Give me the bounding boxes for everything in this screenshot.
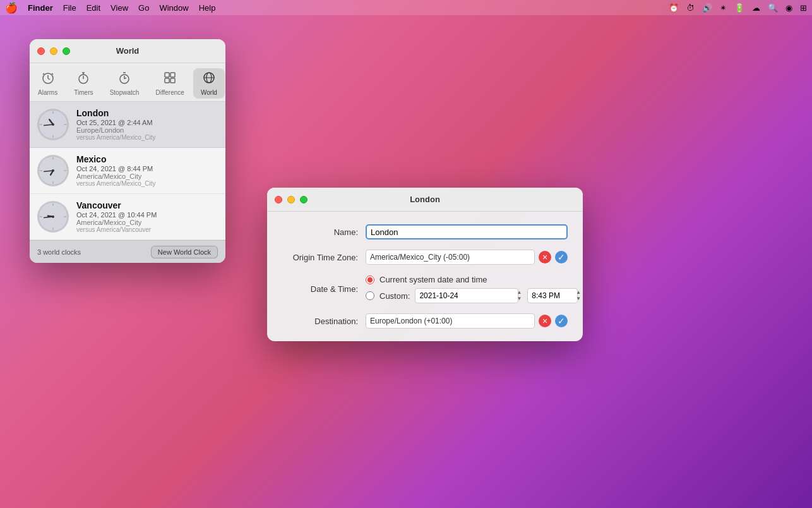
view-menu[interactable]: View — [110, 3, 128, 13]
dialog-body: Name: Origin Time Zone: America/Mexico_C… — [267, 212, 583, 341]
london-tz: Europe/London — [76, 126, 218, 134]
difference-label: Difference — [155, 89, 184, 96]
tab-world[interactable]: World — [193, 68, 225, 99]
stopwatch-icon — [117, 71, 131, 88]
svg-rect-14 — [170, 73, 175, 77]
menubar: 🍎 Finder File Edit View Go Window Help ⏰… — [0, 0, 812, 15]
date-up-button[interactable]: ▲ — [516, 289, 522, 296]
system-datetime-radio[interactable] — [366, 275, 374, 284]
clock-face-mexico — [37, 155, 69, 186]
mexico-city: Mexico — [76, 154, 218, 164]
stopwatch-label: Stopwatch — [110, 89, 140, 96]
apple-menu[interactable]: 🍎 — [5, 2, 18, 14]
world-label: World — [201, 89, 217, 96]
svg-point-43 — [52, 215, 54, 218]
timer-icon[interactable]: ⏱ — [686, 3, 695, 13]
edit-menu[interactable]: Edit — [87, 3, 100, 13]
dialog-title: London — [410, 195, 440, 204]
custom-datetime-radio[interactable] — [366, 291, 374, 300]
timers-icon — [76, 71, 90, 88]
volume-icon[interactable]: 🔊 — [702, 3, 712, 13]
window-menu[interactable]: Window — [159, 3, 188, 13]
wifi-icon[interactable]: ☁ — [752, 3, 760, 13]
maximize-button[interactable] — [63, 47, 70, 55]
finder-menu[interactable]: Finder — [28, 3, 53, 13]
clock-item-mexico[interactable]: Mexico Oct 24, 2021 @ 8:44 PM America/Me… — [30, 148, 225, 194]
help-menu[interactable]: Help — [199, 3, 216, 13]
destination-select[interactable]: Europe/London (+01:00) — [366, 313, 535, 329]
siri-icon[interactable]: ◉ — [785, 3, 792, 13]
custom-time-input[interactable] — [527, 288, 578, 303]
mexico-versus: versus America/Mexico_City — [76, 180, 218, 187]
clock-icon[interactable]: ⏰ — [669, 3, 679, 13]
dialog-minimize-button[interactable] — [287, 196, 295, 203]
london-detail-dialog: London Name: Origin Time Zone: America/M… — [267, 188, 583, 341]
search-icon[interactable]: 🔍 — [768, 3, 778, 13]
custom-datetime-label: Custom: — [379, 291, 410, 301]
time-up-button[interactable]: ▲ — [575, 289, 582, 296]
vancouver-versus: versus America/Vancouver — [76, 226, 218, 233]
destination-remove-button[interactable]: × — [539, 315, 551, 327]
mexico-date: Oct 24, 2021 @ 8:44 PM — [76, 165, 218, 172]
system-datetime-label: Current system date and time — [379, 275, 487, 284]
svg-rect-15 — [165, 78, 169, 83]
custom-datetime-row: Custom: ▲ ▼ ▲ ▼ — [366, 288, 583, 303]
date-down-button[interactable]: ▼ — [516, 296, 522, 302]
svg-rect-13 — [165, 73, 169, 77]
clock-info-mexico: Mexico Oct 24, 2021 @ 8:44 PM America/Me… — [76, 154, 218, 187]
window-controls — [37, 47, 70, 55]
svg-line-2 — [48, 78, 50, 80]
svg-point-35 — [52, 169, 54, 172]
destination-controls: Europe/London (+01:00) × ✓ — [366, 313, 568, 329]
dialog-close-button[interactable] — [275, 196, 282, 203]
clock-item-london[interactable]: London Oct 25, 2021 @ 2:44 AM Europe/Lon… — [30, 102, 225, 148]
london-city: London — [76, 108, 218, 118]
datetime-label: Date & Time: — [282, 284, 358, 294]
svg-line-4 — [52, 73, 53, 75]
clock-info-london: London Oct 25, 2021 @ 2:44 AM Europe/Lon… — [76, 108, 218, 141]
clock-titlebar: World — [30, 39, 225, 63]
battery-icon[interactable]: 🔋 — [734, 3, 744, 13]
dialog-maximize-button[interactable] — [300, 196, 307, 203]
clock-face-london — [37, 109, 69, 140]
new-world-clock-button[interactable]: New World Clock — [151, 246, 218, 258]
origin-tz-remove-button[interactable]: × — [539, 251, 551, 263]
go-menu[interactable]: Go — [138, 3, 149, 13]
name-label: Name: — [282, 227, 358, 237]
time-stepper-group: ▲ ▼ — [527, 288, 582, 303]
clock-window: World Alarms — [30, 39, 225, 263]
destination-row: Destination: Europe/London (+01:00) × ✓ — [282, 313, 568, 329]
minimize-button[interactable] — [50, 47, 57, 55]
datetime-controls: Current system date and time Custom: ▲ ▼ — [366, 275, 583, 303]
tab-stopwatch[interactable]: Stopwatch — [102, 68, 147, 99]
name-row: Name: — [282, 224, 568, 239]
control-center-icon[interactable]: ⊞ — [800, 3, 807, 13]
close-button[interactable] — [37, 47, 45, 55]
time-spinner: ▲ ▼ — [575, 289, 582, 302]
custom-date-input[interactable] — [415, 288, 518, 303]
name-input[interactable] — [366, 224, 568, 239]
file-menu[interactable]: File — [63, 3, 76, 13]
origin-tz-label: Origin Time Zone: — [282, 253, 358, 262]
clock-item-vancouver[interactable]: Vancouver Oct 24, 2021 @ 10:44 PM Americ… — [30, 194, 225, 240]
tab-difference[interactable]: Difference — [148, 68, 191, 99]
time-down-button[interactable]: ▼ — [575, 296, 582, 302]
destination-confirm-button[interactable]: ✓ — [555, 315, 568, 327]
vancouver-date: Oct 24, 2021 @ 10:44 PM — [76, 211, 218, 219]
tab-timers[interactable]: Timers — [66, 68, 100, 99]
mexico-tz: America/Mexico_City — [76, 172, 218, 180]
bluetooth-icon[interactable]: ✴ — [720, 3, 727, 13]
alarms-label: Alarms — [38, 89, 57, 96]
origin-tz-controls: America/Mexico_City (-05:00) × ✓ — [366, 250, 568, 265]
origin-tz-row: Origin Time Zone: America/Mexico_City (-… — [282, 250, 568, 265]
svg-line-3 — [43, 73, 44, 75]
origin-tz-select[interactable]: America/Mexico_City (-05:00) — [366, 250, 535, 265]
london-versus: versus America/Mexico_City — [76, 134, 218, 141]
date-stepper-group: ▲ ▼ — [415, 288, 522, 303]
timers-label: Timers — [74, 89, 93, 96]
origin-tz-confirm-button[interactable]: ✓ — [555, 251, 568, 263]
datetime-row: Date & Time: Current system date and tim… — [282, 275, 568, 303]
world-icon — [202, 71, 216, 88]
toolbar: Alarms Timers St — [30, 63, 225, 102]
tab-alarms[interactable]: Alarms — [30, 68, 65, 99]
